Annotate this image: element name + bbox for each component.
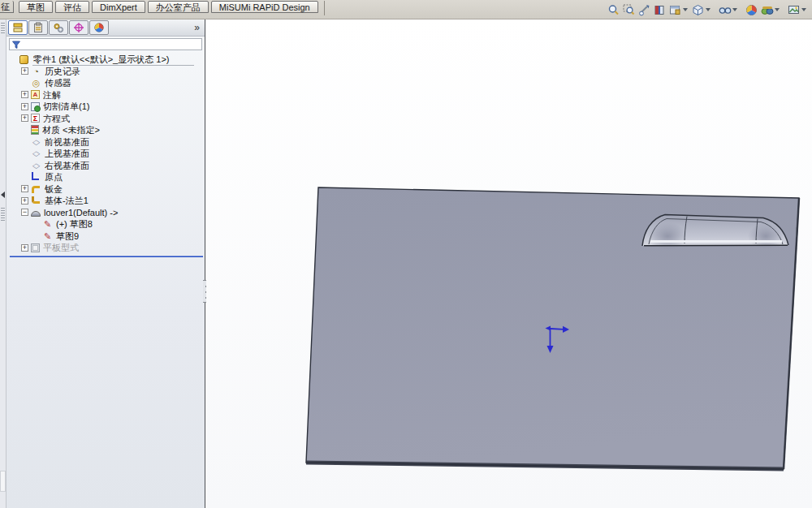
plane-icon <box>31 136 41 147</box>
display-style-icon[interactable] <box>690 2 706 18</box>
tree-item[interactable]: +切割清单(1) <box>8 101 205 113</box>
manager-overflow-button[interactable]: » <box>191 22 203 33</box>
tree-item-label: 前视基准面 <box>44 136 89 149</box>
sketch-icon <box>42 219 53 230</box>
tree-item-label: 基体-法兰1 <box>44 195 89 207</box>
part-icon <box>19 55 28 64</box>
tree-item-label: 草图9 <box>55 230 79 243</box>
plus-expand-box[interactable]: + <box>21 244 28 252</box>
tab-misumi-rapid-design[interactable]: MiSUMi RAPiD Design <box>211 1 318 13</box>
indent-spacer <box>32 221 40 228</box>
tab-sketch[interactable]: 草图 <box>19 1 53 13</box>
tree-item[interactable]: +基体-法兰1 <box>8 195 205 207</box>
property-manager-tab[interactable] <box>28 20 48 35</box>
tree-item[interactable]: 零件1 (默认<<默认>_显示状态 1>) <box>8 54 205 66</box>
tree-item[interactable]: −louver1(Default) -> <box>8 207 205 219</box>
indent-spacer <box>21 150 28 157</box>
tree-item[interactable]: +注解 <box>8 89 205 101</box>
tree-item[interactable]: 草图9 <box>8 230 205 243</box>
tree-item[interactable]: 材质 <未指定> <box>8 124 205 136</box>
tree-item[interactable]: +历史记录 <box>8 66 205 78</box>
tree-item[interactable]: +平板型式 <box>8 242 205 254</box>
feature-manager-tab[interactable] <box>8 20 28 35</box>
sensor-icon <box>31 78 41 88</box>
indent-spacer <box>32 232 40 239</box>
display-style-caret-icon[interactable] <box>706 8 710 11</box>
view-settings-caret-icon[interactable] <box>801 8 806 11</box>
plus-expand-box[interactable]: + <box>21 114 28 122</box>
view-orientation-icon[interactable] <box>667 2 683 18</box>
command-manager-bar: 征 草图 评估 DimXpert 办公室产品 MiSUMi RAPiD Desi… <box>0 0 812 19</box>
indent-spacer <box>21 127 28 134</box>
plus-expand-box[interactable]: + <box>21 185 28 192</box>
zoom-to-area-icon[interactable] <box>621 2 637 18</box>
edit-appearance-icon[interactable] <box>744 2 759 18</box>
tree-item[interactable]: 上视基准面 <box>8 148 205 160</box>
apply-scene-icon[interactable] <box>759 2 775 18</box>
tab-features-partial[interactable]: 征 <box>0 1 14 13</box>
eq-icon <box>31 114 40 123</box>
history-icon <box>31 66 41 76</box>
heads-up-toolbar <box>606 2 809 18</box>
previous-view-icon[interactable] <box>637 2 652 18</box>
tree-item-label: 材质 <未指定> <box>41 124 100 136</box>
louver-feature[interactable] <box>642 215 788 251</box>
tree-item[interactable]: +钣金 <box>8 183 205 196</box>
tree-item-label: 方程式 <box>42 113 70 125</box>
feature-manager-panel: » 零件1 (默认<<默认>_显示状态 1>)+历史记录传感器+注解+切割清单(… <box>6 19 205 508</box>
hide-show-items-caret-icon[interactable] <box>732 8 737 11</box>
minus-expand-box[interactable]: − <box>21 209 28 216</box>
hide-show-items-icon[interactable] <box>717 2 732 18</box>
plus-expand-box[interactable]: + <box>21 103 28 110</box>
collapse-arrow-icon[interactable] <box>1 192 5 198</box>
plus-expand-box[interactable]: + <box>21 197 28 204</box>
tree-item[interactable]: 右视基准面 <box>8 160 205 172</box>
tree-item[interactable]: 原点 <box>8 171 205 183</box>
tab-office-products[interactable]: 办公室产品 <box>148 1 209 13</box>
tree-item[interactable]: 传感器 <box>8 77 205 89</box>
indent-spacer <box>21 138 28 145</box>
plus-expand-box[interactable]: + <box>21 91 28 98</box>
plane-icon <box>31 160 41 170</box>
plane-icon <box>31 149 41 159</box>
note-icon <box>31 90 40 99</box>
flange-icon <box>32 196 40 204</box>
tree-item-label: 历史记录 <box>44 66 80 78</box>
plus-expand-box[interactable]: + <box>21 67 28 75</box>
filter-funnel-icon <box>11 40 21 50</box>
tab-dimxpert[interactable]: DimXpert <box>92 1 145 13</box>
tree-item[interactable]: 前视基准面 <box>8 136 205 149</box>
tree-item[interactable]: +方程式 <box>8 113 205 125</box>
tab-evaluate[interactable]: 评估 <box>55 1 89 13</box>
panel-grab-handle-2[interactable] <box>1 208 5 221</box>
panel-grab-handle[interactable] <box>1 23 5 34</box>
indent-spacer <box>21 174 28 181</box>
part-3d-view <box>206 19 812 508</box>
tree-item-label: 钣金 <box>44 183 63 196</box>
dimxpert-manager-tab[interactable] <box>69 20 89 35</box>
sketch-icon <box>42 230 53 241</box>
tree-item-label: 上视基准面 <box>44 148 89 160</box>
apply-scene-caret-icon[interactable] <box>775 8 780 11</box>
display-manager-tab[interactable] <box>89 20 109 35</box>
tree-item-label: 注解 <box>42 89 61 101</box>
configuration-manager-tab[interactable] <box>49 20 68 35</box>
tree-item-label: louver1(Default) -> <box>43 207 118 219</box>
tree-filter-input[interactable] <box>21 40 200 50</box>
section-view-icon[interactable] <box>652 2 667 18</box>
zoom-to-fit-icon[interactable] <box>606 2 621 18</box>
feature-tree: 零件1 (默认<<默认>_显示状态 1>)+历史记录传感器+注解+切割清单(1)… <box>6 52 205 254</box>
indent-spacer <box>21 80 28 87</box>
view-settings-icon[interactable] <box>786 2 801 18</box>
indent-spacer <box>21 161 28 169</box>
graphics-area[interactable] <box>206 19 812 508</box>
tree-filter <box>9 38 202 50</box>
tree-item-label: (+) 草图8 <box>55 218 93 230</box>
tree-item[interactable]: (+) 草图8 <box>8 218 205 230</box>
tree-item-label: 右视基准面 <box>44 160 89 172</box>
rollback-bar[interactable] <box>10 256 203 257</box>
edge-scroll-thumb[interactable] <box>0 471 6 492</box>
cutlist-icon <box>31 102 40 111</box>
tree-item-label: 平板型式 <box>42 242 79 254</box>
view-orientation-caret-icon[interactable] <box>683 8 688 11</box>
